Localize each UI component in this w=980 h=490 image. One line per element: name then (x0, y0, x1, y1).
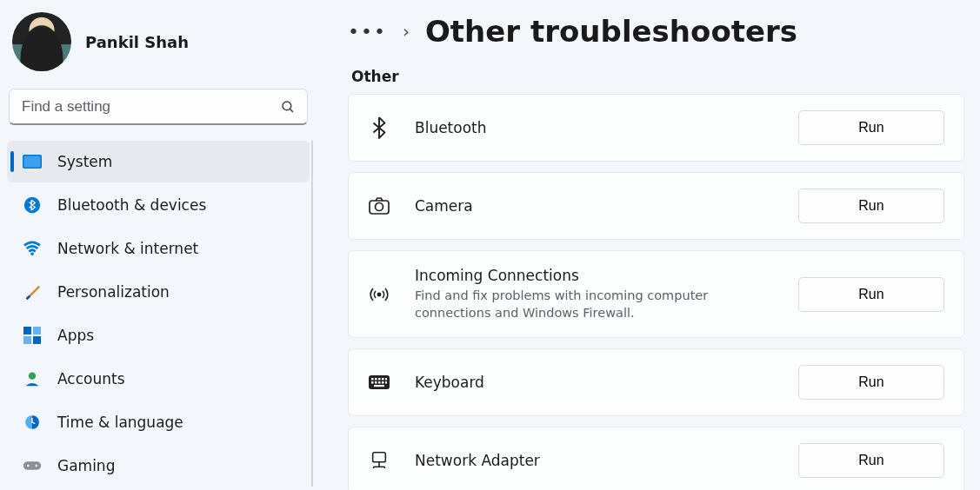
svg-rect-27 (378, 381, 381, 384)
sidebar-item-accounts[interactable]: Accounts (7, 358, 310, 400)
svg-rect-7 (33, 327, 41, 334)
svg-rect-13 (23, 461, 41, 469)
keyboard-icon (368, 375, 390, 389)
run-button[interactable]: Run (798, 365, 944, 400)
svg-rect-24 (385, 378, 387, 381)
troubleshooter-keyboard: Keyboard Run (348, 348, 964, 416)
svg-line-1 (290, 109, 293, 112)
bluetooth-icon (23, 195, 42, 215)
troubleshooter-title: Incoming Connections (415, 267, 774, 284)
sidebar: Pankil Shah System Bluetooth & devices (0, 0, 313, 490)
svg-rect-3 (24, 156, 41, 168)
system-icon (23, 152, 42, 171)
troubleshooter-title: Camera (415, 197, 774, 215)
sidebar-item-network[interactable]: Network & internet (7, 228, 310, 269)
avatar (12, 12, 71, 71)
bluetooth-outline-icon (368, 116, 390, 139)
main-content: ••• › Other troubleshooters Other Blueto… (313, 0, 980, 490)
section-title: Other (351, 68, 964, 85)
sidebar-item-personalization[interactable]: Personalization (7, 271, 310, 313)
sidebar-item-time-language[interactable]: Time & language (7, 401, 310, 443)
troubleshooter-title: Bluetooth (415, 119, 774, 136)
troubleshooter-incoming-connections: Incoming Connections Find and fix proble… (348, 250, 964, 338)
sidebar-item-gaming[interactable]: Gaming (7, 445, 310, 487)
svg-rect-23 (382, 378, 384, 381)
run-button[interactable]: Run (798, 110, 944, 145)
svg-rect-26 (375, 381, 377, 384)
sidebar-item-label: Bluetooth & devices (57, 196, 206, 214)
troubleshooter-description: Find and fix problems with incoming comp… (415, 288, 774, 321)
search-container (9, 89, 308, 125)
svg-rect-21 (375, 378, 377, 381)
search-icon (280, 99, 296, 115)
gaming-icon (23, 456, 42, 475)
svg-point-18 (377, 293, 380, 295)
network-adapter-icon (368, 451, 390, 470)
apps-icon (23, 326, 42, 345)
svg-rect-22 (378, 378, 381, 381)
svg-rect-9 (33, 336, 41, 344)
svg-rect-28 (382, 381, 384, 384)
breadcrumb: ••• › Other troubleshooters (348, 0, 964, 54)
sidebar-item-label: Gaming (57, 457, 115, 474)
troubleshooter-network-adapter: Network Adapter Run (348, 427, 964, 490)
svg-rect-8 (23, 336, 31, 344)
sidebar-item-label: Time & language (57, 414, 183, 431)
sidebar-nav: System Bluetooth & devices Network & int… (7, 141, 313, 487)
sidebar-item-label: System (57, 153, 112, 170)
svg-rect-25 (371, 381, 374, 384)
svg-rect-20 (371, 378, 374, 381)
profile-header[interactable]: Pankil Shah (7, 0, 313, 80)
run-button[interactable]: Run (798, 277, 944, 312)
troubleshooter-title: Keyboard (415, 374, 774, 391)
sidebar-item-label: Personalization (57, 283, 170, 301)
wifi-icon (23, 239, 42, 258)
search-input[interactable] (9, 89, 308, 125)
svg-point-10 (29, 373, 36, 380)
accounts-icon (23, 369, 42, 388)
user-name: Pankil Shah (85, 33, 189, 51)
run-button[interactable]: Run (798, 443, 944, 478)
sidebar-item-system[interactable]: System (7, 141, 310, 182)
broadcast-icon (368, 286, 390, 303)
troubleshooter-title: Network Adapter (415, 452, 774, 469)
svg-point-5 (30, 253, 34, 256)
sidebar-item-apps[interactable]: Apps (7, 315, 310, 356)
time-icon (23, 413, 42, 432)
page-title: Other troubleshooters (425, 14, 797, 49)
troubleshooter-bluetooth: Bluetooth Run (348, 94, 964, 162)
svg-rect-6 (23, 327, 31, 334)
sidebar-item-label: Network & internet (57, 240, 198, 257)
camera-icon (368, 197, 390, 215)
svg-rect-31 (373, 453, 386, 462)
sidebar-item-label: Apps (57, 327, 94, 344)
sidebar-item-bluetooth-devices[interactable]: Bluetooth & devices (7, 184, 310, 226)
svg-point-14 (27, 465, 29, 467)
sidebar-item-label: Accounts (57, 370, 125, 387)
run-button[interactable]: Run (798, 189, 944, 223)
svg-point-0 (283, 102, 291, 110)
breadcrumb-more-icon[interactable]: ••• (348, 21, 387, 43)
troubleshooter-camera: Camera Run (348, 172, 964, 240)
svg-rect-29 (385, 381, 387, 384)
svg-point-17 (376, 203, 383, 211)
brush-icon (23, 282, 42, 301)
svg-point-15 (36, 465, 37, 467)
chevron-right-icon: › (403, 21, 410, 42)
svg-rect-30 (374, 385, 384, 387)
